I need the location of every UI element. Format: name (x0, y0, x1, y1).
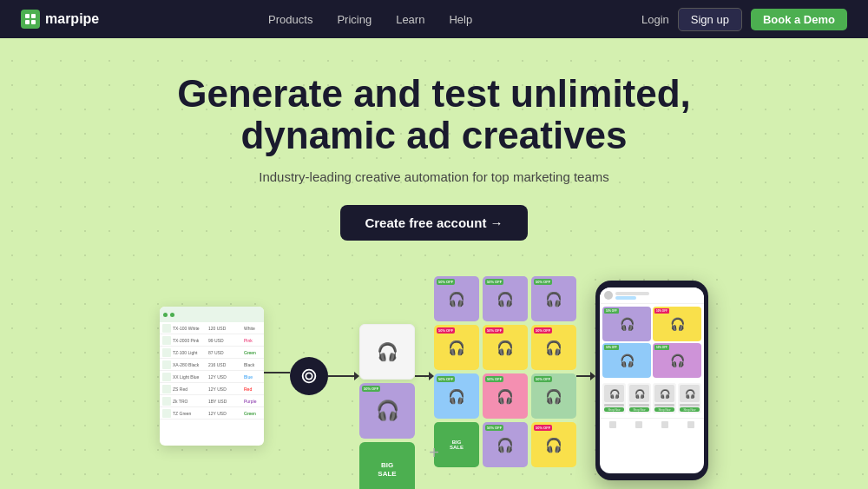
badge-2: 50% OFF (485, 279, 503, 285)
badge-3: 50% OFF (534, 279, 552, 285)
table-row: XX Light Blue 12Y USD Blue (160, 371, 264, 383)
nav-learn[interactable]: Learn (396, 13, 424, 26)
headphone-emoji: 🎧 (377, 341, 398, 362)
badge-1: 50% OFF (437, 279, 455, 285)
badge-4: 50% OFF (437, 327, 455, 334)
ad-cell-6: 50% OFF🎧 (531, 325, 576, 370)
nav-links: Products Pricing Learn Help (268, 13, 472, 26)
product-text-2 (629, 404, 649, 406)
hero-subtitle: Industry-leading creative automation for… (17, 169, 851, 184)
ss-dot-green (163, 313, 168, 317)
phone-nav-menu (687, 421, 694, 428)
ad-cell-5: 50% OFF🎧 (483, 325, 528, 370)
product-text-3 (654, 404, 674, 406)
phone-ad-4: 50% OFF 🎧 (653, 343, 701, 378)
cta-button[interactable]: Create free account → (340, 205, 527, 241)
phone-ad-3: 50% OFF 🎧 (602, 343, 651, 378)
product-thumbnail: 🎧 (359, 324, 415, 380)
nav-help[interactable]: Help (449, 13, 472, 26)
hp-2: 🎧 (496, 291, 514, 307)
hp-1: 🎧 (448, 291, 465, 307)
product-img-4: 🎧 (680, 385, 700, 402)
ad-cell-2: 50% OFF🎧 (483, 276, 528, 321)
sale-text: BIGSALE (378, 461, 396, 479)
connector-4 (576, 372, 595, 380)
ad-cell-3: 50% OFF🎧 (531, 276, 576, 321)
spreadsheet-panel: TX-100 White 120 USD White TX-2000 Pink … (160, 307, 264, 446)
headphone-large: 🎧 (376, 400, 399, 422)
big-sale-ad: BIGSALE (359, 442, 415, 489)
spreadsheet-header (160, 307, 264, 322)
phone-sponsor-line (615, 296, 636, 300)
hp-12: 🎧 (545, 437, 562, 453)
table-row: TX-100 White 120 USD White (160, 322, 264, 334)
svg-point-6 (306, 373, 312, 379)
phone-badge-2: 50% OFF (654, 308, 669, 314)
phone-nav-search (635, 421, 642, 428)
badge-6: 50% OFF (534, 327, 552, 334)
product-img-3: 🎧 (654, 385, 674, 402)
plus-sign: + (429, 443, 439, 463)
phone-fb-row (604, 291, 700, 300)
nav-right: Login Sign up Book a Demo (641, 8, 847, 31)
phone-avatar (604, 291, 613, 300)
shop-btn-1[interactable]: Shop Now (604, 407, 624, 412)
table-row: ZS Red 12Y USD Red (160, 383, 264, 395)
line-3 (415, 375, 429, 377)
phone-badge-1: 50% OFF (604, 308, 619, 314)
hp-7: 🎧 (448, 388, 465, 405)
shop-btn-2[interactable]: Shop Now (629, 407, 649, 412)
hp-9: 🎧 (545, 388, 562, 405)
product-text-1 (604, 404, 624, 406)
hp-6: 🎧 (545, 340, 562, 356)
phone-ad-grid: 50% OFF 🎧 50% OFF 🎧 50% OFF 🎧 50% OFF 🎧 (600, 304, 704, 380)
ad-cell-1: 50% OFF🎧 (434, 276, 479, 321)
table-row: TX-2000 Pink 99 USD Pink (160, 334, 264, 347)
logo-text: marpipe (45, 11, 99, 27)
phone-ad-2: 50% OFF 🎧 (653, 307, 701, 341)
badge-8: 50% OFF (485, 376, 503, 382)
badge-11: 50% OFF (485, 425, 503, 431)
shop-btn-3[interactable]: Shop Now (654, 407, 674, 412)
ad-cell-4: 50% OFF🎧 (434, 325, 479, 370)
hp-4: 🎧 (448, 340, 465, 356)
hp-11: 🎧 (496, 437, 514, 453)
product-img-1: 🎧 (604, 385, 624, 402)
phone-screen: 50% OFF 🎧 50% OFF 🎧 50% OFF 🎧 50% OFF 🎧 (600, 287, 704, 473)
line-1 (264, 372, 290, 373)
svg-rect-2 (25, 20, 30, 24)
phone-hp-2: 🎧 (670, 317, 685, 331)
ad-cell-8: 50% OFF🎧 (483, 373, 528, 419)
phone-bottom-nav (600, 418, 704, 431)
phone-nav-home (609, 421, 616, 428)
phone-ad-1: 50% OFF 🎧 (602, 307, 651, 341)
phone-nav-bell (661, 421, 668, 428)
connector-3 (415, 372, 434, 380)
badge-5: 50% OFF (485, 327, 503, 334)
shop-btn-4[interactable]: Shop Now (680, 407, 700, 412)
hero-section: Generate and test unlimited, dynamic ad … (0, 38, 868, 258)
sale-10: BIGSALE (450, 439, 464, 450)
login-button[interactable]: Login (641, 13, 669, 26)
demo-button[interactable]: Book a Demo (751, 9, 847, 30)
phone-fb-header (600, 287, 704, 304)
line-4 (576, 375, 590, 377)
badge-9: 50% OFF (534, 376, 552, 382)
hero-title: Generate and test unlimited, dynamic ad … (17, 73, 851, 157)
nav-products[interactable]: Products (268, 13, 312, 26)
table-row: XA-280 Black 216 USD Black (160, 359, 264, 371)
phone-hp-1: 🎧 (620, 317, 635, 331)
ad-cell-9: 50% OFF🎧 (531, 373, 576, 419)
signup-button[interactable]: Sign up (678, 8, 742, 31)
line-2 (328, 375, 354, 377)
processor-icon (290, 357, 328, 395)
badge-12: 50% OFF (534, 425, 552, 431)
ad-grid-inner: 50% OFF🎧 50% OFF🎧 50% OFF🎧 50% OFF🎧 50% … (434, 276, 576, 467)
hp-8: 🎧 (496, 388, 514, 405)
nav-pricing[interactable]: Pricing (337, 13, 372, 26)
phone-product-1: 🎧 Shop Now (602, 383, 626, 413)
ad-cell-10: BIGSALE (434, 422, 479, 467)
phone-mockup: 50% OFF 🎧 50% OFF 🎧 50% OFF 🎧 50% OFF 🎧 (595, 281, 708, 480)
connector-2 (328, 372, 359, 380)
phone-products: 🎧 Shop Now 🎧 Shop Now 🎧 Shop Now 🎧 (600, 380, 704, 416)
